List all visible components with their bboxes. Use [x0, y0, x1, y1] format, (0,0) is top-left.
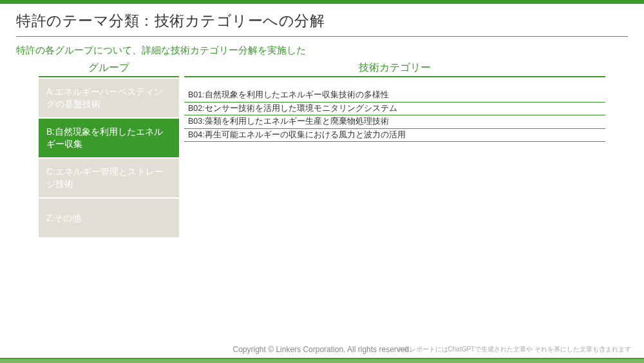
- tech-column: 技術カテゴリー B01:自然現象を利用したエネルギー収集技術の多様性B02:セン…: [184, 61, 605, 237]
- slide: 特許のテーマ分類：技術カテゴリーへの分解 特許の各グループについて、詳細な技術カ…: [0, 0, 644, 363]
- tech-item: B03:藻類を利用したエネルギー生産と廃棄物処理技術: [184, 115, 605, 129]
- groups-column-header: グループ: [39, 61, 179, 77]
- group-item-c[interactable]: C:エネルギー管理とストレージ技術: [39, 159, 179, 197]
- group-item-label: A:エネルギーハーベスティングの基盤技術: [46, 86, 171, 110]
- groups-column: グループ A:エネルギーハーベスティングの基盤技術B:自然現象を利用したエネルギ…: [39, 61, 179, 237]
- top-accent-bar: [0, 0, 644, 4]
- tech-item: B04:再生可能エネルギーの収集における風力と波力の活用: [184, 129, 605, 142]
- tech-list: B01:自然現象を利用したエネルギー収集技術の多様性B02:センサー技術を活用し…: [184, 89, 605, 142]
- page-title: 特許のテーマ分類：技術カテゴリーへの分解: [16, 6, 628, 35]
- group-item-a[interactable]: A:エネルギーハーベスティングの基盤技術: [39, 79, 179, 117]
- group-item-d[interactable]: Z:その他: [39, 199, 179, 237]
- group-item-b[interactable]: B:自然現象を利用したエネルギー収集: [39, 119, 179, 157]
- footer-accent-bar: [0, 358, 644, 363]
- page-subtitle: 特許の各グループについて、詳細な技術カテゴリー分解を実施した: [16, 44, 628, 57]
- tech-item: B01:自然現象を利用したエネルギー収集技術の多様性: [184, 89, 605, 103]
- content-area: グループ A:エネルギーハーベスティングの基盤技術B:自然現象を利用したエネルギ…: [39, 61, 605, 237]
- footer-note: ※本レポートにはChatGPTで生成された文章や それを基にした文章も含まれます: [397, 345, 631, 354]
- title-underline: [16, 36, 628, 37]
- group-item-label: Z:その他: [46, 212, 81, 224]
- title-area: 特許のテーマ分類：技術カテゴリーへの分解 特許の各グループについて、詳細な技術カ…: [16, 6, 628, 57]
- group-item-label: C:エネルギー管理とストレージ技術: [46, 166, 171, 190]
- group-list: A:エネルギーハーベスティングの基盤技術B:自然現象を利用したエネルギー収集C:…: [39, 79, 179, 237]
- group-item-label: B:自然現象を利用したエネルギー収集: [46, 126, 171, 150]
- footer: [0, 358, 644, 363]
- tech-column-header: 技術カテゴリー: [184, 61, 605, 77]
- tech-item: B02:センサー技術を活用した環境モニタリングシステム: [184, 103, 605, 116]
